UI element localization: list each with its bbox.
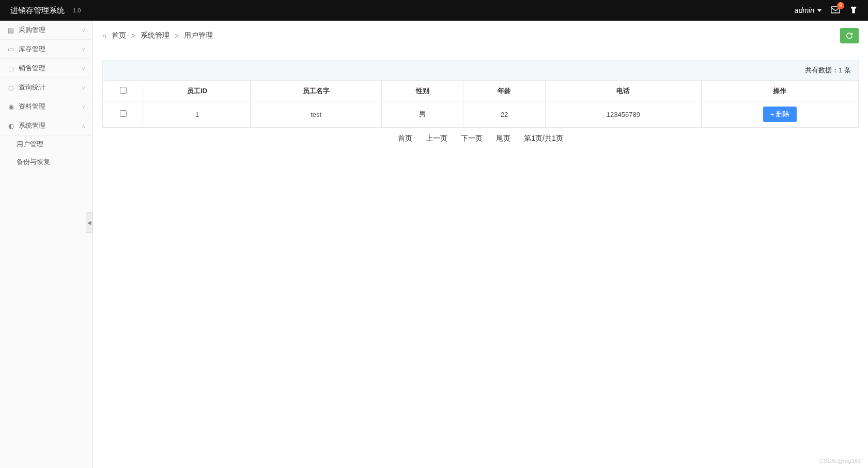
header-checkbox-cell — [103, 81, 144, 101]
breadcrumb-row: ⌂ 首页 > 系统管理 > 用户管理 — [102, 28, 859, 43]
app-version: 1.0 — [73, 7, 81, 13]
chevron-down-icon: ∨ — [82, 27, 85, 33]
sidebar-item-inventory[interactable]: ▭库存管理 ∨ — [0, 40, 92, 59]
breadcrumb-separator: > — [175, 32, 179, 40]
theme-button[interactable] — [849, 6, 858, 16]
header-action: 操作 — [701, 81, 858, 101]
header-name: 员工名字 — [251, 81, 382, 101]
chevron-down-icon: ∨ — [82, 47, 85, 52]
chevron-down-icon: ∨ — [82, 85, 85, 90]
breadcrumb-home[interactable]: 首页 — [112, 31, 126, 40]
top-header: 进销存管理系统 1.0 admin 9 — [0, 0, 868, 21]
breadcrumb-level1[interactable]: 系统管理 — [141, 31, 169, 40]
chat-icon: ◌ — [7, 84, 14, 91]
content-area: ⌂ 首页 > 系统管理 > 用户管理 共有数据：1 条 员工ID 员工名字 性别 — [93, 21, 868, 468]
chevron-down-icon: ∨ — [82, 104, 85, 110]
sidebar-item-system[interactable]: ◐系统管理 ∧ — [0, 116, 92, 135]
table-row: 1 test 男 22 123456789 + 删除 — [103, 101, 859, 128]
username-label: admin — [795, 6, 814, 14]
mail-button[interactable]: 9 — [831, 6, 840, 15]
sidebar-item-label: 资料管理 — [19, 102, 45, 111]
chevron-down-icon: ∨ — [82, 66, 85, 71]
plus-icon: + — [770, 111, 774, 118]
cell-phone: 123456789 — [545, 101, 701, 128]
header-left: 进销存管理系统 1.0 — [10, 6, 81, 16]
delete-label: 删除 — [776, 110, 789, 119]
table-header-row: 员工ID 员工名字 性别 年龄 电话 操作 — [103, 81, 859, 101]
page-last[interactable]: 尾页 — [496, 134, 510, 143]
sidebar-collapse-handle[interactable]: ◀ — [86, 212, 93, 233]
sidebar-item-data[interactable]: ◉资料管理 ∨ — [0, 97, 92, 116]
watermark: CSDN @reg183 — [819, 458, 861, 464]
cell-name: test — [251, 101, 382, 128]
select-all-checkbox[interactable] — [120, 87, 127, 94]
submenu-backup[interactable]: 备份与恢复 — [0, 153, 92, 171]
user-dropdown[interactable]: admin — [795, 6, 822, 14]
submenu-user-mgmt[interactable]: 用户管理 — [0, 135, 92, 153]
clipboard-icon: ▤ — [7, 26, 14, 34]
row-checkbox-cell — [103, 101, 144, 128]
header-right: admin 9 — [795, 6, 858, 16]
sidebar: ▤采购管理 ∨ ▭库存管理 ∨ ◻销售管理 ∨ ◌查询统计 ∨ ◉资料管理 ∨ … — [0, 21, 93, 468]
bag-icon: ◻ — [7, 65, 14, 72]
person-icon: ◐ — [7, 122, 14, 129]
sidebar-item-label: 采购管理 — [19, 25, 45, 35]
sidebar-item-purchase[interactable]: ▤采购管理 ∨ — [0, 21, 92, 40]
user-icon: ◉ — [7, 103, 14, 110]
cell-age: 22 — [463, 101, 545, 128]
sidebar-item-label: 库存管理 — [19, 44, 45, 54]
breadcrumb: ⌂ 首页 > 系统管理 > 用户管理 — [102, 31, 213, 40]
page-first[interactable]: 首页 — [398, 134, 412, 143]
card-icon: ▭ — [7, 46, 14, 53]
sidebar-item-query[interactable]: ◌查询统计 ∨ — [0, 78, 92, 97]
info-bar: 共有数据：1 条 — [102, 60, 859, 81]
info-suffix: 条 — [842, 66, 851, 74]
page-next[interactable]: 下一页 — [461, 134, 483, 143]
cell-gender: 男 — [382, 101, 463, 128]
pagination: 首页 上一页 下一页 尾页 第1页/共1页 — [102, 128, 859, 149]
notification-badge: 9 — [837, 2, 844, 9]
user-table: 员工ID 员工名字 性别 年龄 电话 操作 1 test 男 22 123456… — [102, 81, 859, 128]
breadcrumb-level2: 用户管理 — [184, 31, 213, 40]
chevron-up-icon: ∧ — [82, 123, 85, 129]
header-gender: 性别 — [382, 81, 463, 101]
page-info: 第1页/共1页 — [524, 134, 563, 143]
sidebar-item-sales[interactable]: ◻销售管理 ∨ — [0, 59, 92, 78]
delete-button[interactable]: + 删除 — [763, 107, 797, 122]
app-title: 进销存管理系统 — [10, 6, 65, 16]
sidebar-item-label: 销售管理 — [19, 64, 45, 73]
header-phone: 电话 — [545, 81, 701, 101]
main-layout: ▤采购管理 ∨ ▭库存管理 ∨ ◻销售管理 ∨ ◌查询统计 ∨ ◉资料管理 ∨ … — [0, 21, 868, 468]
shirt-icon — [849, 6, 858, 14]
cell-id: 1 — [144, 101, 251, 128]
breadcrumb-separator: > — [131, 32, 135, 40]
sidebar-item-label: 系统管理 — [19, 121, 45, 130]
header-id: 员工ID — [144, 81, 251, 101]
sidebar-item-label: 查询统计 — [19, 83, 45, 92]
header-age: 年龄 — [463, 81, 545, 101]
chevron-down-icon — [817, 9, 822, 12]
row-checkbox[interactable] — [120, 110, 127, 117]
cell-action: + 删除 — [701, 101, 858, 128]
home-icon: ⌂ — [102, 32, 106, 40]
info-prefix: 共有数据： — [805, 66, 839, 74]
refresh-button[interactable] — [840, 28, 859, 43]
page-prev[interactable]: 上一页 — [426, 134, 447, 143]
refresh-icon — [846, 32, 853, 39]
